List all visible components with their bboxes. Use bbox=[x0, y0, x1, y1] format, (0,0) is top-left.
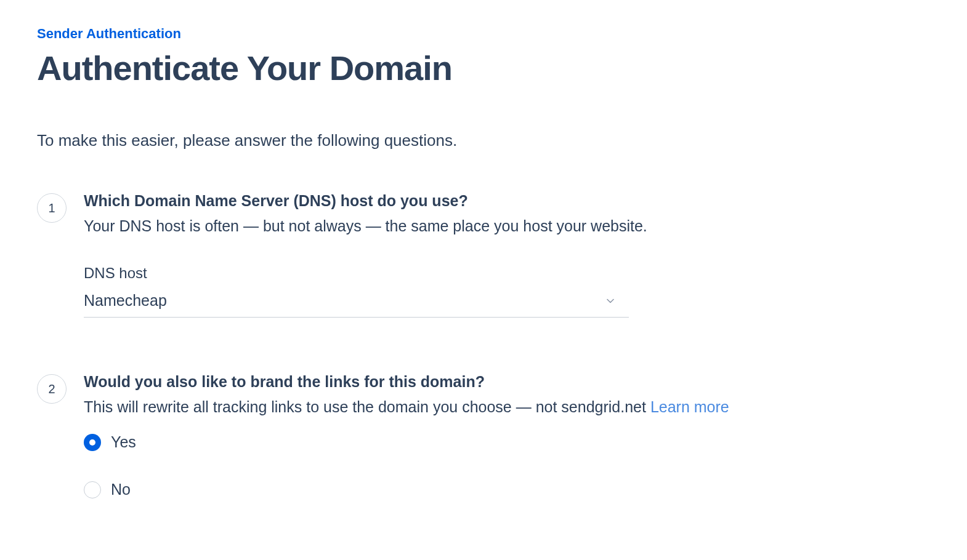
intro-text: To make this easier, please answer the f… bbox=[37, 131, 930, 150]
question-1-title: Which Domain Name Server (DNS) host do y… bbox=[84, 192, 930, 210]
breadcrumb[interactable]: Sender Authentication bbox=[37, 26, 930, 42]
question-1-content: Which Domain Name Server (DNS) host do y… bbox=[84, 192, 930, 318]
chevron-down-icon bbox=[607, 298, 614, 306]
radio-yes-label: Yes bbox=[111, 433, 136, 451]
radio-no-label: No bbox=[111, 481, 131, 498]
question-2-title: Would you also like to brand the links f… bbox=[84, 373, 930, 391]
radio-yes-dot bbox=[89, 439, 95, 446]
question-2-block: 2 Would you also like to brand the links… bbox=[37, 373, 930, 498]
radio-yes-circle bbox=[84, 434, 101, 451]
question-1-desc: Your DNS host is often — but not always … bbox=[84, 217, 930, 235]
radio-no-circle bbox=[84, 481, 101, 498]
question-2-desc-text: This will rewrite all tracking links to … bbox=[84, 398, 650, 415]
page-title: Authenticate Your Domain bbox=[37, 48, 930, 88]
question-2-desc: This will rewrite all tracking links to … bbox=[84, 398, 930, 416]
dns-host-value: Namecheap bbox=[84, 292, 167, 309]
question-2-content: Would you also like to brand the links f… bbox=[84, 373, 930, 498]
radio-no[interactable]: No bbox=[84, 481, 930, 498]
step-number-1: 1 bbox=[37, 193, 67, 223]
radio-yes[interactable]: Yes bbox=[84, 433, 930, 451]
dns-host-select[interactable]: Namecheap bbox=[84, 287, 629, 318]
learn-more-link[interactable]: Learn more bbox=[650, 398, 729, 415]
dns-host-label: DNS host bbox=[84, 265, 930, 282]
step-number-2: 2 bbox=[37, 374, 67, 404]
question-1-block: 1 Which Domain Name Server (DNS) host do… bbox=[37, 192, 930, 318]
